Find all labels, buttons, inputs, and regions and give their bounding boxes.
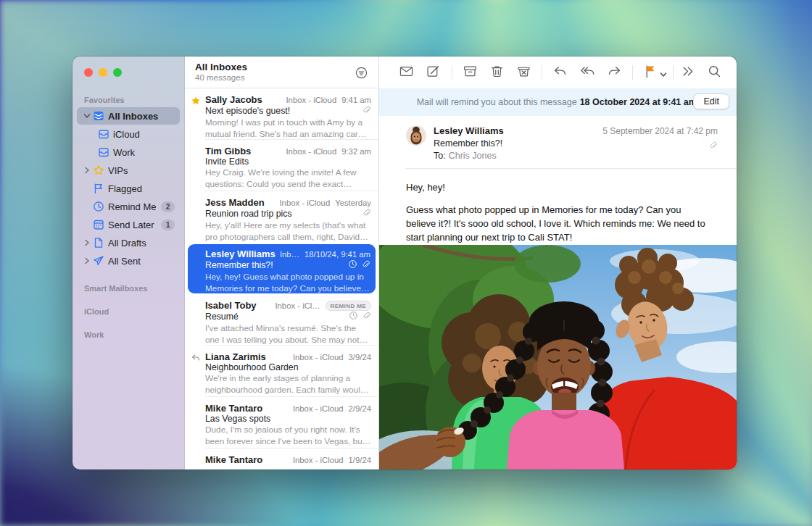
inboxes-icon (92, 110, 104, 122)
message-meta: Inbox - iCloud9:41 am (286, 96, 371, 104)
message-flags (362, 208, 371, 220)
message-preview: We're in the early stages of planning a … (205, 373, 371, 396)
message-list: Sally JacobsInbox - iCloud9:41 amNext ep… (185, 88, 378, 469)
reply-all-icon (580, 64, 595, 81)
filter-icon (355, 71, 368, 82)
message-row-lesley-williams-3[interactable]: Lesley WilliamsInb…18/10/24, 9:41 amReme… (188, 244, 376, 293)
flagged-star-icon (191, 96, 202, 107)
message-date: Yesterday (335, 199, 371, 207)
message-meta: Inb…18/10/24, 9:41 am (280, 250, 370, 259)
message-sender[interactable]: Lesley Williams (434, 125, 504, 136)
message-flags (349, 311, 371, 322)
message-row-tim-gibbs-1[interactable]: Tim GibbsInbox - iCloud9:32 amInvite Edi… (185, 140, 378, 191)
sidebar-item-remind-me[interactable]: Remind Me2 (77, 198, 180, 215)
message-flags (362, 105, 371, 117)
clock-icon (92, 201, 104, 213)
toolbar-trash-button[interactable] (488, 62, 506, 83)
sidebar-item-all-inboxes[interactable]: All Inboxes (77, 107, 180, 125)
message-row-jess-madden-2[interactable]: Jess MaddenInbox - iCloudYesterdayReunio… (185, 191, 378, 243)
message-subject: Las Vegas spots (205, 414, 270, 424)
toolbar-divider (542, 65, 542, 80)
sidebar-item-work[interactable]: Work (77, 143, 180, 161)
message-row-liana-zarimis-5[interactable]: Liana ZarimisInbox - iCloud3/9/24Neighbo… (185, 346, 378, 397)
message-meta: Inbox - iCloud3/9/24 (293, 353, 371, 362)
message-row-mike-tantaro-6[interactable]: Mike TantaroInbox - iCloud2/9/24Las Vega… (185, 397, 378, 448)
inbox-icon (97, 128, 109, 141)
message-meta: Inbox - iCloud9:32 am (286, 147, 371, 156)
message-mailbox: Inbox - iCloud (293, 404, 344, 413)
sidebar-item-vips[interactable]: VIPs (77, 162, 180, 179)
window-controls (72, 57, 184, 87)
paperclip-icon (602, 141, 718, 150)
toolbar-more-button[interactable] (678, 62, 696, 83)
message-subject: Reunion road trip pics (205, 209, 292, 219)
chevron-down-icon[interactable] (660, 72, 667, 78)
reply-icon (552, 64, 568, 81)
remind-me-badge: REMIND ME (326, 301, 371, 311)
sidebar-item-label: All Drafts (108, 238, 146, 249)
message-date: 5 September 2024 at 7:42 pm (602, 126, 718, 136)
toolbar-divider (452, 65, 452, 80)
message-sender: Mike Tantaro (205, 403, 262, 414)
sidebar-item-label: All Sent (108, 256, 141, 267)
sidebar-item-label: Remind Me (108, 201, 156, 212)
message-mailbox: Inbox - iCloud (293, 353, 344, 362)
search-icon (707, 64, 722, 81)
message-date: 18/10/24, 9:41 am (304, 250, 370, 259)
toolbar-junk-button[interactable] (515, 62, 533, 83)
recipient-name[interactable]: Chris Jones (449, 151, 497, 161)
sidebar-item-all-sent[interactable]: All Sent (77, 252, 180, 270)
zoom-window-button[interactable] (113, 68, 122, 77)
message-subject: Next episode's guest! (205, 106, 290, 116)
sidebar: FavouritesAll InboxesiCloudWorkVIPsFlagg… (72, 57, 185, 469)
message-subject: Invite Edits (205, 156, 249, 167)
close-window-button[interactable] (84, 68, 93, 77)
message-row-mike-tantaro-7[interactable]: Mike TantaroInbox - iCloud1/9/24 (185, 448, 378, 469)
filter-button[interactable] (353, 64, 370, 83)
toolbar-flag-button[interactable] (642, 62, 660, 83)
message-date: 2/9/24 (349, 404, 371, 413)
sidebar-item-all-drafts[interactable]: All Drafts (77, 234, 180, 251)
toolbar-forward-button[interactable] (605, 62, 624, 83)
chevron-right-icon[interactable] (82, 239, 91, 246)
inbox-icon (97, 146, 109, 159)
sidebar-item-icloud[interactable]: iCloud (77, 125, 180, 143)
archive-icon (463, 64, 478, 81)
chevron-down-icon[interactable] (82, 113, 91, 119)
message-flags (348, 259, 370, 271)
message-mailbox: Inbox - iCloud (293, 456, 344, 464)
sidebar-section-header: Smart Mailboxes (84, 284, 184, 293)
chevron-right-icon[interactable] (82, 257, 91, 264)
toolbar-reply-button[interactable] (551, 62, 569, 83)
message-meta: Inbox - iCloudYesterday (279, 199, 371, 207)
message-mailbox: Inbox - iCl… (275, 301, 320, 310)
get-mail-icon (399, 64, 414, 81)
message-row-isabel-toby-4[interactable]: Isabel TobyInbox - iCl…REMIND MEResuméI'… (185, 294, 378, 346)
trash-icon (489, 64, 505, 81)
minimize-window-button[interactable] (99, 68, 107, 77)
photo-attachment[interactable] (379, 245, 737, 469)
chevron-right-icon[interactable] (82, 167, 91, 174)
forward-icon (607, 64, 622, 81)
toolbar-compose-button[interactable] (424, 62, 442, 83)
message-row-sally-jacobs-0[interactable]: Sally JacobsInbox - iCloud9:41 amNext ep… (185, 88, 378, 140)
sidebar-item-send-later[interactable]: Send Later1 (77, 216, 180, 233)
message-preview: Dude, I'm so jealous of you right now. I… (205, 425, 371, 447)
message-mailbox: Inbox - iCloud (286, 96, 336, 104)
body-paragraph: Guess what photo popped up in Memories f… (406, 204, 708, 245)
message-body: Hey, hey!Guess what photo popped up in M… (379, 169, 737, 245)
toolbar-search-button[interactable] (705, 62, 724, 83)
count-badge: 1 (161, 220, 175, 230)
message-count: 40 messages (195, 73, 247, 82)
edit-reminder-button[interactable]: Edit (693, 93, 729, 109)
toolbar-reply-all-button[interactable] (579, 62, 597, 83)
message-date: 3/9/24 (349, 353, 371, 362)
sidebar-item-label: Work (113, 147, 135, 158)
toolbar-archive-button[interactable] (461, 62, 479, 83)
message-date: 9:32 am (341, 147, 371, 156)
sidebar-item-flagged[interactable]: Flagged (77, 180, 180, 197)
selfie-photo (379, 245, 737, 469)
toolbar-get-mail-button[interactable] (397, 62, 415, 83)
body-paragraph: Hey, hey! (406, 181, 708, 195)
message-sender: Tim Gibbs (205, 146, 251, 156)
